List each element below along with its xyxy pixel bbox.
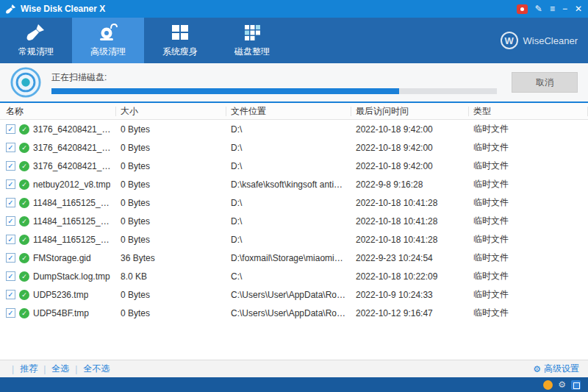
column-header-last-access[interactable]: 最后访问时间 (351, 107, 469, 116)
wisecleaner-logo-icon: W (501, 32, 518, 49)
file-table: 名称 大小 文件位置 最后访问时间 类型 ✓ ✓ 3176_64208421_M… (0, 103, 588, 360)
name-cell: ✓ ✓ 3176_64208421_MVM_4.t... (0, 143, 116, 153)
table-row[interactable]: ✓ ✓ UDP54BF.tmp 0 Bytes C:\Users\User\Ap… (0, 304, 588, 322)
check-circle-icon: ✓ (19, 161, 29, 171)
windows-logo-icon (171, 23, 190, 42)
file-name: netbuy2012_v8.tmp (33, 179, 110, 190)
file-last-access: 2022-10-9 10:24:33 (351, 290, 469, 300)
file-name: 3176_64208421_MVM_3.t... (33, 124, 113, 135)
select-none-link[interactable]: 全不选 (83, 363, 110, 375)
row-checkbox[interactable]: ✓ (6, 198, 15, 207)
name-cell: ✓ ✓ DumpStack.log.tmp (0, 271, 116, 282)
file-last-access: 2022-10-18 9:42:00 (351, 161, 469, 171)
name-cell: ✓ ✓ UDP54BF.tmp (0, 308, 116, 318)
edit-icon[interactable]: ✎ (535, 4, 542, 14)
promo-icon[interactable] (517, 4, 528, 14)
table-row[interactable]: ✓ ✓ netbuy2012_v8.tmp 0 Bytes D:\ksafe\k… (0, 175, 588, 193)
menu-icon[interactable]: ≡ (550, 4, 555, 14)
broom-icon (26, 23, 46, 42)
tab-advanced-clean[interactable]: 高级清理 (72, 18, 144, 63)
column-header-size[interactable]: 大小 (116, 107, 226, 116)
file-size: 0 Bytes (116, 161, 226, 171)
file-last-access: 2022-10-18 10:41:28 (351, 235, 469, 245)
file-size: 0 Bytes (116, 143, 226, 153)
brand-name: WiseCleaner (523, 35, 578, 46)
column-header-type[interactable]: 类型 (469, 107, 588, 116)
app-brush-icon (6, 4, 16, 14)
file-location: D:\ (226, 235, 351, 245)
table-row[interactable]: ✓ ✓ 11484_1165125_MVM_4.t... 0 Bytes D:\… (0, 212, 588, 230)
row-checkbox[interactable]: ✓ (6, 216, 15, 226)
status-strip: ⚙ (0, 377, 588, 392)
wisecleaner-brand[interactable]: W WiseCleaner (501, 18, 578, 63)
table-row[interactable]: ✓ ✓ DumpStack.log.tmp 8.0 KB C:\ 2022-10… (0, 267, 588, 285)
table-row[interactable]: ✓ ✓ FMStorage.gid 36 Bytes D:\foxmail\St… (0, 249, 588, 267)
row-checkbox[interactable]: ✓ (6, 253, 15, 263)
table-row[interactable]: ✓ ✓ 11484_1165125_MVM_6.t... 0 Bytes D:\… (0, 230, 588, 249)
file-type: 临时文件 (469, 252, 588, 264)
file-type: 临时文件 (469, 123, 588, 135)
file-size: 0 Bytes (116, 179, 226, 190)
file-last-access: 2022-10-18 10:41:28 (351, 198, 469, 208)
table-row[interactable]: ✓ ✓ 3176_64208421_MVM_3.t... 0 Bytes D:\… (0, 120, 588, 138)
file-location: C:\Users\User\AppData\Roamin... (226, 308, 351, 318)
file-size: 36 Bytes (116, 253, 226, 263)
scan-progress-bar (51, 88, 497, 94)
column-header-name[interactable]: 名称 (0, 107, 116, 116)
title-bar: Wise Disk Cleaner X ✎ ≡ − ✕ (0, 0, 588, 18)
row-checkbox[interactable]: ✓ (6, 308, 15, 318)
tray-input-method-icon[interactable] (571, 380, 581, 390)
tab-common-clean[interactable]: 常规清理 (0, 18, 72, 63)
table-row[interactable]: ✓ ✓ 11484_1165125_MVM_3.t... 0 Bytes D:\… (0, 193, 588, 212)
select-all-link[interactable]: 全选 (51, 363, 69, 375)
table-row[interactable]: ✓ ✓ 3176_64208421_MVM_6.t... 0 Bytes D:\… (0, 157, 588, 175)
table-header: 名称 大小 文件位置 最后访问时间 类型 (0, 103, 588, 120)
file-name: UDP54BF.tmp (33, 308, 89, 318)
column-header-location[interactable]: 文件位置 (226, 107, 351, 116)
file-size: 0 Bytes (116, 235, 226, 245)
recommend-link[interactable]: 推荐 (20, 363, 37, 375)
row-checkbox[interactable]: ✓ (6, 235, 15, 244)
vacuum-icon (98, 23, 118, 42)
close-button[interactable]: ✕ (575, 4, 582, 14)
row-checkbox[interactable]: ✓ (6, 290, 15, 299)
table-row[interactable]: ✓ ✓ UDP5236.tmp 0 Bytes C:\Users\User\Ap… (0, 285, 588, 304)
table-row[interactable]: ✓ ✓ 3176_64208421_MVM_4.t... 0 Bytes D:\… (0, 138, 588, 157)
row-checkbox[interactable]: ✓ (6, 143, 15, 152)
file-size: 0 Bytes (116, 216, 226, 227)
name-cell: ✓ ✓ netbuy2012_v8.tmp (0, 179, 116, 190)
file-size: 0 Bytes (116, 290, 226, 300)
tray-feedback-icon[interactable] (543, 380, 553, 390)
tab-system-slim[interactable]: 系统瘦身 (144, 18, 216, 63)
check-circle-icon: ✓ (19, 216, 29, 227)
file-location: D:\ (226, 161, 351, 171)
file-table-body: ✓ ✓ 3176_64208421_MVM_3.t... 0 Bytes D:\… (0, 120, 588, 360)
row-checkbox[interactable]: ✓ (6, 124, 15, 134)
cancel-button[interactable]: 取消 (512, 72, 578, 93)
defrag-blocks-icon (243, 23, 262, 42)
name-cell: ✓ ✓ FMStorage.gid (0, 253, 116, 263)
scan-progress-fill (51, 88, 399, 94)
minimize-button[interactable]: − (562, 4, 567, 14)
file-type: 临时文件 (469, 270, 588, 282)
file-type: 临时文件 (469, 141, 588, 154)
name-cell: ✓ ✓ 11484_1165125_MVM_3.t... (0, 198, 116, 208)
file-type: 临时文件 (469, 307, 588, 319)
name-cell: ✓ ✓ 11484_1165125_MVM_4.t... (0, 216, 116, 227)
advanced-settings-link[interactable]: ⚙ 高级设置 (533, 363, 579, 375)
tab-disk-defrag[interactable]: 磁盘整理 (216, 18, 288, 63)
name-cell: ✓ ✓ 3176_64208421_MVM_3.t... (0, 124, 116, 135)
file-type: 临时文件 (469, 215, 588, 227)
check-circle-icon: ✓ (19, 308, 29, 318)
row-checkbox[interactable]: ✓ (6, 161, 15, 171)
tab-label: 磁盘整理 (234, 46, 270, 58)
check-circle-icon: ✓ (19, 124, 29, 135)
tray-gear-icon[interactable]: ⚙ (558, 380, 566, 390)
scan-status-text: 正在扫描磁盘: (51, 71, 501, 84)
file-location: D:\ (226, 198, 351, 208)
tab-label: 常规清理 (18, 46, 54, 58)
row-checkbox[interactable]: ✓ (6, 179, 15, 189)
row-checkbox[interactable]: ✓ (6, 271, 15, 281)
file-last-access: 2022-10-18 10:22:09 (351, 271, 469, 282)
app-window: Wise Disk Cleaner X ✎ ≡ − ✕ 常规清理 高级清理 (0, 0, 588, 392)
